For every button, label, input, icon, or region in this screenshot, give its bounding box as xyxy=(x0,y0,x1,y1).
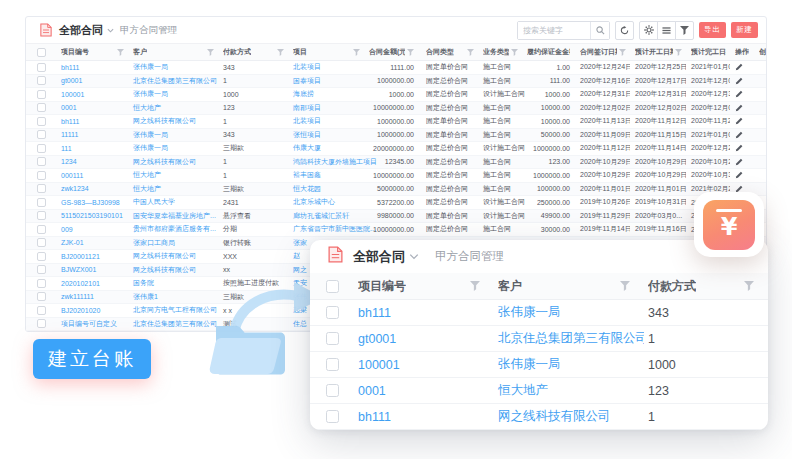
cell-customer[interactable]: 国安华夏幸福基业房地产... xyxy=(128,210,218,223)
cell-customer[interactable]: 恒大地产 xyxy=(128,102,218,115)
create-ledger-button[interactable]: 建立台账 xyxy=(33,339,151,379)
cell-customer[interactable]: 北京住总集团第三有限公司 xyxy=(128,75,218,88)
cell-project[interactable]: 北装项目 xyxy=(288,61,364,74)
row-checkbox[interactable] xyxy=(37,238,46,247)
row-checkbox[interactable] xyxy=(37,144,46,153)
cell-customer[interactable]: 张伟康一局 xyxy=(494,352,644,377)
cell-project[interactable]: 北京乐城中心 xyxy=(288,196,364,209)
cell-customer[interactable]: 恒大地产 xyxy=(494,378,644,403)
cell-customer[interactable]: 张伟康一局 xyxy=(128,61,218,74)
cell-customer[interactable]: 网之线科技有限公司 xyxy=(128,250,218,263)
row-checkbox[interactable] xyxy=(37,211,46,220)
edit-icon[interactable] xyxy=(735,104,743,112)
cell-project[interactable]: 恒大花园 xyxy=(288,183,364,196)
cell-id[interactable]: 009 xyxy=(56,223,128,236)
row-checkbox[interactable] xyxy=(37,171,46,180)
refresh-icon[interactable] xyxy=(615,21,634,40)
cell-project[interactable]: 广东省晋宁市新中医医院... xyxy=(288,223,364,236)
cell-id[interactable]: zwk111111 xyxy=(56,291,128,304)
cell-project[interactable]: 张恒项目 xyxy=(288,129,364,142)
cell-id[interactable]: zwk1234 xyxy=(56,183,128,196)
row-checkbox[interactable] xyxy=(37,184,46,193)
edit-icon[interactable] xyxy=(735,131,743,139)
row-checkbox[interactable] xyxy=(37,279,46,288)
cell-customer[interactable]: 恒大地产 xyxy=(128,183,218,196)
cell-id[interactable]: 5115021503190101 xyxy=(56,210,128,223)
filter-toolbar-icon[interactable] xyxy=(675,21,694,40)
edit-icon[interactable] xyxy=(735,117,743,125)
cell-id[interactable]: 项目编号可自定义 xyxy=(56,318,128,331)
row-checkbox[interactable] xyxy=(326,358,339,371)
export-button[interactable]: 导出 xyxy=(699,22,726,38)
cell-customer[interactable]: 贵州市都府豪酒店服务有... xyxy=(128,223,218,236)
row-checkbox[interactable] xyxy=(37,90,46,99)
cell-customer[interactable]: 北京住总集团第三有限公司 xyxy=(494,326,644,351)
chevron-down-icon[interactable] xyxy=(107,28,114,33)
cell-id[interactable]: 100001 xyxy=(56,88,128,101)
row-checkbox[interactable] xyxy=(37,130,46,139)
cell-id[interactable]: BJWZX001 xyxy=(56,264,128,277)
edit-icon[interactable] xyxy=(735,144,743,152)
cell-id[interactable]: bh111 xyxy=(56,115,128,128)
cell-customer[interactable]: 网之线科技有限公司 xyxy=(494,404,644,429)
edit-icon[interactable] xyxy=(735,158,743,166)
row-checkbox[interactable] xyxy=(326,306,339,319)
filter-icon[interactable] xyxy=(353,49,360,56)
cell-project[interactable]: 北装项目 xyxy=(288,115,364,128)
filter-icon[interactable] xyxy=(470,281,480,291)
cell-id[interactable]: GS-983—BJ30998 xyxy=(56,196,128,209)
filter-icon[interactable] xyxy=(620,281,630,291)
cell-project[interactable]: 裕丰国鑫 xyxy=(288,169,364,182)
row-checkbox[interactable] xyxy=(37,292,46,301)
cell-customer[interactable]: 张伟康一局 xyxy=(128,142,218,155)
row-checkbox[interactable] xyxy=(37,306,46,315)
row-checkbox[interactable] xyxy=(37,265,46,274)
cell-id[interactable]: bh111 xyxy=(56,61,128,74)
new-button[interactable]: 新建 xyxy=(731,22,758,38)
cell-id[interactable]: bh111 xyxy=(354,404,494,429)
row-checkbox[interactable] xyxy=(37,319,46,328)
filter-icon[interactable] xyxy=(207,49,214,56)
search-input[interactable] xyxy=(518,22,590,39)
cell-project[interactable]: 鸿鹄科技大厦外墙施工项目 xyxy=(288,156,364,169)
filter-icon[interactable] xyxy=(407,49,414,56)
cell-customer[interactable]: 张家口工商局 xyxy=(128,237,218,250)
filter-icon[interactable] xyxy=(675,49,682,56)
row-checkbox[interactable] xyxy=(326,332,339,345)
cell-project[interactable]: 伟康大厦 xyxy=(288,142,364,155)
row-checkbox[interactable] xyxy=(37,63,46,72)
cell-id[interactable]: BJ20001121 xyxy=(56,250,128,263)
row-checkbox[interactable] xyxy=(37,103,46,112)
columns-icon[interactable] xyxy=(657,21,676,40)
cell-id[interactable]: 2020102101 xyxy=(56,277,128,290)
edit-icon[interactable] xyxy=(735,63,743,71)
cell-customer[interactable]: 张伟康一局 xyxy=(128,129,218,142)
row-checkbox[interactable] xyxy=(326,410,339,423)
filter-icon[interactable] xyxy=(277,49,284,56)
cell-customer[interactable]: 网之线科技有限公司 xyxy=(128,156,218,169)
cell-id[interactable]: gt0001 xyxy=(354,326,494,351)
cell-id[interactable]: BJ20201020 xyxy=(56,304,128,317)
cell-id[interactable]: 0001 xyxy=(56,102,128,115)
gear-icon[interactable] xyxy=(639,21,658,40)
cell-customer[interactable]: 张伟康一局 xyxy=(128,88,218,101)
search-icon[interactable] xyxy=(590,22,609,39)
row-checkbox[interactable] xyxy=(326,384,339,397)
cell-id[interactable]: bh111 xyxy=(354,300,494,325)
filter-icon[interactable] xyxy=(619,49,626,56)
row-checkbox[interactable] xyxy=(37,117,46,126)
cell-project[interactable]: 廊坊孔雀城汇景轩 xyxy=(288,210,364,223)
cell-id[interactable]: 100001 xyxy=(354,352,494,377)
filter-icon[interactable] xyxy=(511,49,518,56)
row-checkbox[interactable] xyxy=(37,157,46,166)
select-all-checkbox[interactable] xyxy=(326,280,339,293)
cell-id[interactable]: 1234 xyxy=(56,156,128,169)
cell-project[interactable]: 国泰项目 xyxy=(288,75,364,88)
chevron-down-icon[interactable] xyxy=(409,253,419,260)
row-checkbox[interactable] xyxy=(37,198,46,207)
filter-icon[interactable] xyxy=(467,49,474,56)
row-checkbox[interactable] xyxy=(37,225,46,234)
row-checkbox[interactable] xyxy=(37,252,46,261)
row-checkbox[interactable] xyxy=(37,76,46,85)
filter-icon[interactable] xyxy=(117,49,124,56)
